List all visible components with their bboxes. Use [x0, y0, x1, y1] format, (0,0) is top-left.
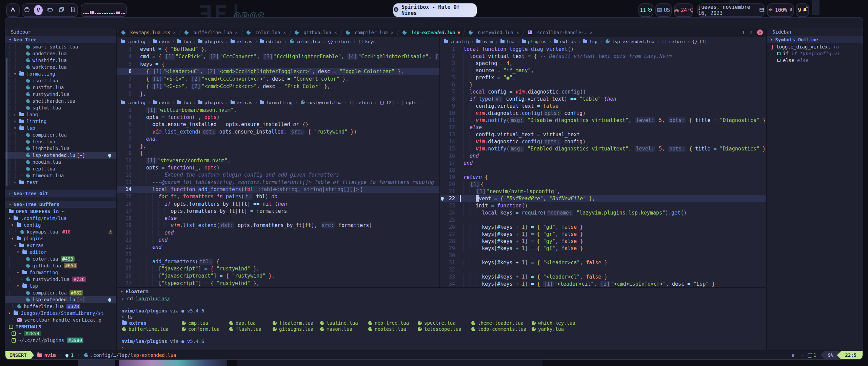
outline-item[interactable]: ifif type(config.vi	[767, 50, 863, 57]
code-line[interactable]: 12▏ else	[440, 124, 766, 131]
code-line[interactable]: 16▏ end	[440, 152, 766, 159]
code-line[interactable]: 11▏ ▏ vim.notify(msg: "Disable diagnosti…	[440, 117, 766, 124]
chevron-down-icon[interactable]: ▾	[8, 216, 13, 221]
breadcrumb-item[interactable]: lsp	[583, 39, 597, 44]
breadcrumb-item[interactable]: rustywind.lua	[300, 100, 342, 105]
breadcrumb-item[interactable]: []return	[662, 39, 685, 44]
chevron-right-icon[interactable]: ▸	[14, 180, 19, 185]
code-line[interactable]: 9},	[117, 90, 439, 98]
code-line[interactable]: 5keys = {	[117, 60, 439, 68]
chevron-down-icon[interactable]: ▾	[14, 72, 19, 76]
chevron-down-icon[interactable]: ▾	[14, 243, 19, 248]
tree-item[interactable]: │ │ │ lens.lua	[5, 138, 116, 145]
tree-item[interactable]: │ ▾ lsp	[5, 125, 116, 131]
code-line[interactable]: 9▏ ▏ config.virtual_text = false	[440, 102, 766, 109]
breadcrumb-item[interactable]: nvim	[153, 39, 170, 44]
code-line[interactable]: 5▏ ▏ opts.ensure_installed = opts.ensure…	[117, 121, 439, 128]
outline-item[interactable]: ƒtoggle_diag_virtextfu	[767, 43, 863, 50]
code-line[interactable]: 7▏ end,	[117, 135, 439, 142]
tree-item[interactable]: ▾ formatting	[5, 269, 116, 276]
code-line[interactable]: 30	[440, 252, 766, 259]
breadcrumb-item[interactable]: plugins	[198, 100, 223, 105]
tree-item[interactable]: │ │ │ undotree.lua	[5, 50, 116, 57]
code-line[interactable]: 15▏ ▏ vim.notify(msg: "Enabled diagnosti…	[440, 145, 766, 152]
code-line[interactable]: 10▏ [1]"stevearc/conform.nvim",	[117, 157, 439, 164]
close-icon[interactable]: ×	[283, 30, 286, 35]
breadcrumb-item[interactable]: lua	[177, 39, 191, 44]
chevron-down-icon[interactable]: ▾	[17, 250, 21, 255]
keyboard-layout-widget[interactable]: US	[655, 3, 672, 17]
tabpage-1[interactable]: 1	[742, 30, 745, 35]
breadcrumb-item[interactable]: .config	[121, 39, 145, 44]
tree-item[interactable]: ▾ editor	[5, 249, 116, 256]
code-line[interactable]: 27▏ ▏ ▏ keys[#keys + 1] = { "gr", false …	[440, 230, 766, 238]
weather-widget[interactable]: 24°C	[674, 3, 693, 17]
code-line[interactable]: 13▏ ▏ ---@param tbl table<string, confor…	[117, 179, 439, 186]
code-line[interactable]: 1local function toggle_diag_virtext()	[440, 45, 766, 53]
tab-compiler-lua[interactable]: compiler.lua×	[341, 28, 398, 37]
breadcrumb-item[interactable]: plugins	[522, 39, 547, 44]
code-line[interactable]: 6▏ }	[440, 81, 766, 88]
chevron-down-icon[interactable]: ▾	[8, 311, 13, 316]
tab-github-lua[interactable]: github.lua×	[290, 28, 341, 37]
tab-lsp-extended-lua[interactable]: lsp-extended.lua●	[398, 28, 464, 37]
code-line[interactable]: 5▏ ▏ prefix = "●",	[440, 74, 766, 81]
code-line[interactable]: 18	[440, 166, 766, 174]
breadcrumb-item[interactable]: ƒopts	[402, 100, 417, 105]
tree-item[interactable]: │ │ │ isort.lua	[5, 77, 116, 84]
outline-item[interactable]: elseelse	[767, 57, 863, 64]
tree-item[interactable]: ~/.c/n/l/plugins#3980	[5, 337, 116, 344]
close-all-button[interactable]: ×	[757, 29, 763, 35]
code-line[interactable]: 16▏ ▏ ▏ ▏ if opts.formatters_by_ft[ft] =…	[117, 200, 439, 207]
code-line[interactable]: 4cmd = { [1]"CccPick", [2]"CccConvert", …	[117, 53, 439, 60]
code-line[interactable]: 23▏ ▏ init = function()	[440, 202, 766, 209]
volume-widget[interactable]: 100%	[767, 3, 794, 17]
tabpage-2[interactable]: 2	[750, 30, 752, 35]
neotree-section-header[interactable]: ▾ Neo-Tree	[5, 36, 116, 43]
notifications-widget[interactable]: 9	[796, 3, 809, 17]
code-line[interactable]: 21▏ ▏ [1]"neovim/nvim-lspconfig",	[440, 188, 766, 195]
code-line[interactable]: 11▏ opts = function(_, opts)	[117, 164, 439, 171]
tree-item[interactable]: │ │ │ lightbulb.lua	[5, 145, 116, 152]
tree-item[interactable]: │ │ compiler.lua#682	[5, 289, 116, 296]
code-line[interactable]: 20▏ [1]{	[440, 181, 766, 188]
code-line[interactable]: 6▏ { [1]"<leader>uC", [2]"<cmd>CccHighli…	[117, 68, 439, 75]
tree-item[interactable]: OPEN BUFFERS in ~	[5, 208, 116, 215]
close-icon[interactable]: ×	[516, 30, 519, 35]
tree-item[interactable]: └ scrollbar-handle-vertical.p	[5, 317, 116, 323]
tab-scrollbar-handle-[interactable]: scrollbar-handle-…×	[523, 28, 596, 37]
workspace-windows[interactable]	[57, 5, 66, 15]
tree-item[interactable]: └ bufferline.lua#328	[5, 303, 116, 310]
code-line[interactable]: 29▏ ▏ ▏ keys[#keys + 1] = { "gI", false …	[440, 245, 766, 252]
workspace-nvim[interactable]: V	[34, 5, 43, 15]
close-icon[interactable]: ×	[391, 30, 393, 35]
tree-item[interactable]: │ ▸ test	[5, 179, 116, 186]
code-line[interactable]: 2▏ local virtual_text = { -- Default vir…	[440, 53, 766, 60]
breadcrumb-item[interactable]: nvim	[153, 100, 170, 105]
code-line[interactable]: 9{	[117, 150, 439, 157]
breadcrumb-item[interactable]: {}[2]	[379, 100, 394, 105]
code-line[interactable]: 26▏ ▏ ▏ ["javascriptreact"] = { "rustywi…	[117, 272, 439, 280]
breadcrumb-item[interactable]: .config	[444, 39, 469, 44]
tree-item[interactable]: │ │ │ repl.lua	[5, 165, 116, 172]
workspace-firefox[interactable]	[22, 5, 31, 15]
breadcrumb-item[interactable]: extras	[554, 39, 576, 44]
tree-item[interactable]: │ │ └ worktree.lua	[5, 64, 116, 70]
breadcrumb-item[interactable]: lsp-extended.lua	[605, 39, 654, 44]
code-line[interactable]: 3event = { "BufRead" },	[117, 45, 439, 53]
system-graph-widget[interactable]	[81, 3, 127, 17]
code-line[interactable]: 25	[440, 216, 766, 223]
sidebar-scrollbar[interactable]	[6, 58, 7, 186]
editor-color-lua[interactable]: .config›nvim›lua›plugins›extras›editor›c…	[117, 37, 439, 98]
chevron-down-icon[interactable]: ▾	[11, 236, 16, 241]
tree-item[interactable]: ▾ extras	[5, 242, 116, 249]
code-line[interactable]: 19▏ ▏ ▏ ▏ ▏ vim.list_extend(dst: opts.fo…	[117, 222, 439, 229]
breadcrumb-item[interactable]: lua	[500, 39, 514, 44]
tab-bufferline-lua[interactable]: bufferline.lua×	[180, 28, 242, 37]
breadcrumb-item[interactable]: editor	[260, 39, 282, 44]
tree-item[interactable]: │ │ └ sqlfmt.lua	[5, 104, 116, 111]
code-line[interactable]: 21▏ ▏ ▏ end	[117, 236, 439, 243]
floaterm-panel[interactable]: ▾ Floaterm › cd lua/plugins/nvim/lua/plu…	[117, 287, 766, 350]
tab-rustywind-lua[interactable]: rustywind.lua×	[464, 28, 523, 37]
tree-item[interactable]: │ └ keymaps.lua#10⚠	[5, 228, 116, 235]
